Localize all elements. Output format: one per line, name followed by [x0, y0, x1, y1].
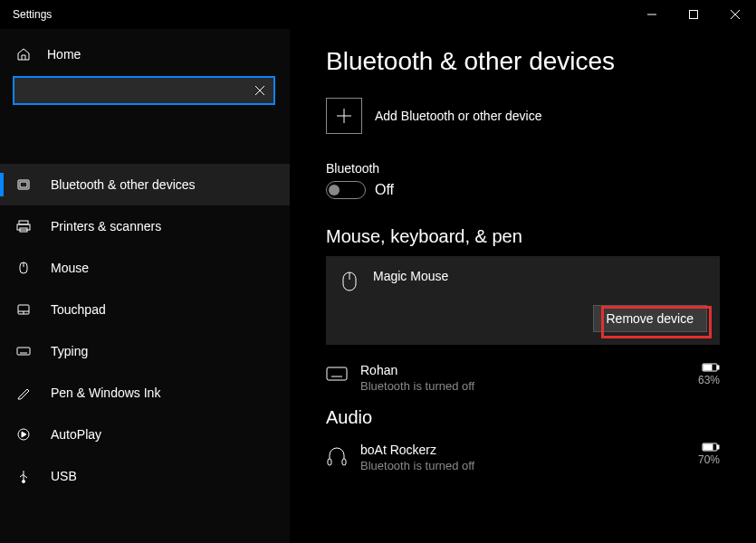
sidebar-home-label: Home [47, 47, 81, 62]
device-name: Magic Mouse [373, 269, 707, 283]
maximize-button[interactable] [673, 0, 714, 29]
remove-device-button[interactable]: Remove device [593, 305, 708, 332]
autoplay-icon [14, 427, 33, 442]
svg-rect-8 [19, 221, 28, 224]
add-device-button[interactable]: Add Bluetooth or other device [326, 98, 720, 134]
printer-icon [14, 219, 33, 233]
bluetooth-label: Bluetooth [326, 161, 720, 176]
sidebar-home[interactable]: Home [0, 38, 290, 71]
sidebar-item-label: Typing [51, 344, 88, 358]
keyboard-icon [14, 344, 33, 358]
page-title: Bluetooth & other devices [326, 47, 720, 76]
touchpad-icon [14, 302, 33, 317]
device-status: Bluetooth is turned off [360, 459, 698, 472]
svg-rect-36 [342, 459, 346, 465]
sidebar-item-label: Mouse [51, 261, 89, 275]
keyboard-icon [326, 367, 348, 381]
svg-rect-9 [17, 224, 30, 230]
sidebar-item-label: Bluetooth & other devices [51, 177, 196, 192]
pen-icon [14, 386, 33, 400]
svg-rect-16 [17, 348, 30, 355]
home-icon [14, 47, 33, 62]
device-item[interactable]: Magic Mouse Remove device [326, 256, 720, 345]
device-name: Rohan [360, 363, 698, 377]
section-heading-mkp: Mouse, keyboard, & pen [326, 226, 720, 247]
svg-rect-38 [717, 445, 719, 449]
headphones-icon [326, 446, 348, 468]
close-button[interactable] [714, 0, 756, 29]
sidebar-item-touchpad[interactable]: Touchpad [0, 289, 290, 330]
sidebar-item-label: AutoPlay [51, 427, 101, 442]
bluetooth-icon [14, 177, 33, 192]
sidebar-item-pen[interactable]: Pen & Windows Ink [0, 372, 290, 414]
svg-rect-27 [327, 367, 347, 380]
main-content: Bluetooth & other devices Add Bluetooth … [290, 29, 756, 543]
search-field[interactable] [14, 83, 246, 98]
sidebar-item-autoplay[interactable]: AutoPlay [0, 414, 290, 455]
usb-icon [14, 469, 33, 483]
svg-point-22 [23, 481, 25, 483]
battery-icon [698, 443, 720, 452]
section-heading-audio: Audio [326, 407, 720, 428]
device-item[interactable]: Rohan Bluetooth is turned off 63% [326, 357, 720, 398]
sidebar-item-mouse[interactable]: Mouse [0, 247, 290, 289]
mouse-icon [339, 271, 360, 292]
battery-percent: 63% [698, 374, 720, 386]
plus-icon [326, 98, 362, 134]
add-device-label: Add Bluetooth or other device [375, 109, 541, 123]
svg-rect-1 [690, 11, 698, 19]
sidebar-item-label: Touchpad [51, 302, 106, 317]
sidebar-item-bluetooth[interactable]: Bluetooth & other devices [0, 164, 290, 205]
sidebar-item-printers[interactable]: Printers & scanners [0, 205, 290, 247]
battery-percent: 70% [698, 453, 720, 466]
mouse-icon [14, 261, 33, 275]
device-status: Bluetooth is turned off [360, 379, 698, 393]
device-name: boAt Rockerz [360, 443, 698, 457]
search-input[interactable] [13, 76, 275, 105]
bluetooth-toggle[interactable] [326, 181, 366, 199]
svg-rect-7 [20, 182, 27, 187]
sidebar-item-usb[interactable]: USB [0, 455, 290, 497]
sidebar-item-label: USB [51, 469, 77, 483]
titlebar: Settings [0, 0, 756, 29]
battery-icon [698, 363, 720, 372]
clear-icon[interactable] [246, 86, 273, 95]
sidebar-item-label: Pen & Windows Ink [51, 386, 160, 400]
svg-rect-35 [328, 459, 331, 465]
minimize-button[interactable] [631, 0, 673, 29]
svg-rect-33 [717, 366, 719, 369]
sidebar: Home Bluetooth & other devices Printers … [0, 29, 290, 543]
sidebar-item-label: Printers & scanners [51, 219, 161, 233]
bluetooth-state: Off [375, 182, 394, 198]
svg-rect-34 [703, 365, 712, 370]
sidebar-item-typing[interactable]: Typing [0, 330, 290, 372]
device-item[interactable]: boAt Rockerz Bluetooth is turned off 70% [326, 437, 720, 478]
window-title: Settings [13, 8, 52, 21]
svg-rect-39 [703, 444, 713, 450]
